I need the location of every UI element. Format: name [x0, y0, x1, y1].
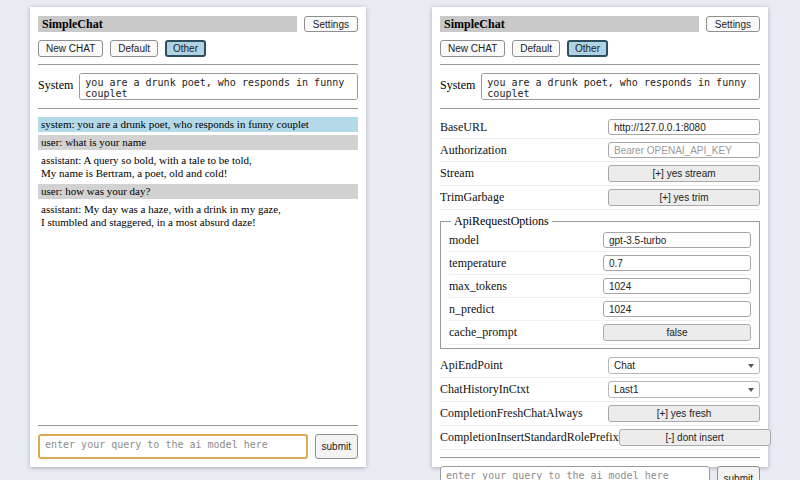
submit-button[interactable]: submit — [315, 434, 358, 459]
system-prompt-input[interactable]: you are a drunk poet, who responds in fu… — [481, 73, 760, 100]
system-label: System — [38, 73, 73, 93]
query-row: submit — [440, 466, 760, 480]
new-chat-button[interactable]: New CHAT — [38, 40, 103, 57]
system-label: System — [440, 73, 475, 93]
settings-row-cache-prompt: cache_promptfalse — [449, 321, 751, 345]
n-predict-input[interactable] — [603, 301, 751, 317]
new-chat-button[interactable]: New CHAT — [440, 40, 505, 57]
completioninsertstandardroleprefix-toggle-button[interactable]: [-] dont insert — [619, 429, 771, 446]
settings-row-label: CompletionFreshChatAlways — [440, 406, 583, 421]
settings-row-label: Stream — [440, 166, 474, 181]
cache-prompt-toggle-button[interactable]: false — [603, 324, 751, 341]
settings-row-label: cache_prompt — [449, 325, 517, 340]
system-prompt-row: System you are a drunk poet, who respond… — [440, 73, 760, 100]
settings-row-label: Authorization — [440, 143, 507, 158]
model-input[interactable] — [603, 232, 751, 248]
selected-option-label: Last1 — [614, 384, 638, 395]
chat-message-assistant: assistant: My day was a haze, with a dri… — [38, 202, 358, 230]
divider — [38, 425, 358, 426]
settings-row-temperature: temperature — [449, 252, 751, 275]
divider — [38, 64, 358, 65]
fieldset-legend: ApiRequestOptions — [451, 214, 552, 229]
chat-message-user: user: how was your day? — [38, 184, 358, 199]
settings-row-label: BaseURL — [440, 120, 487, 135]
session-other-button[interactable]: Other — [165, 40, 206, 57]
system-prompt-input[interactable]: you are a drunk poet, who responds in fu… — [79, 73, 358, 100]
settings-row-label: model — [449, 233, 479, 248]
session-default-button[interactable]: Default — [110, 40, 158, 57]
apiendpoint-select[interactable]: Chat — [608, 357, 760, 374]
settings-row-completionfreshchatalways: CompletionFreshChatAlways[+] yes fresh — [440, 402, 760, 426]
divider — [38, 108, 358, 109]
query-input[interactable] — [440, 466, 710, 480]
stream-toggle-button[interactable]: [+] yes stream — [608, 165, 760, 182]
session-buttons: New CHAT Default Other — [440, 40, 760, 57]
submit-button[interactable]: submit — [717, 466, 760, 480]
chat-message-assistant: assistant: A query so bold, with a tale … — [38, 153, 358, 181]
chat-panel: SimpleChat Settings New CHAT Default Oth… — [30, 7, 366, 467]
authorization-input[interactable] — [608, 142, 760, 158]
settings-panel: SimpleChat Settings New CHAT Default Oth… — [432, 7, 768, 467]
page-background: SimpleChat Settings New CHAT Default Oth… — [0, 0, 800, 480]
max-tokens-input[interactable] — [603, 278, 751, 294]
settings-row-chathistoryinctxt: ChatHistoryInCtxtLast1 — [440, 378, 760, 402]
session-other-button[interactable]: Other — [567, 40, 608, 57]
app-title: SimpleChat — [38, 16, 297, 32]
settings-row-label: CompletionInsertStandardRolePrefix — [440, 430, 619, 445]
chat-message-system: system: you are a drunk poet, who respon… — [38, 117, 358, 132]
settings-row-max-tokens: max_tokens — [449, 275, 751, 298]
query-input[interactable] — [38, 434, 308, 459]
completionfreshchatalways-toggle-button[interactable]: [+] yes fresh — [608, 405, 760, 422]
settings-row-apiendpoint: ApiEndPointChat — [440, 354, 760, 378]
selected-option-label: Chat — [614, 360, 635, 371]
chat-message-list: system: you are a drunk poet, who respon… — [38, 117, 358, 233]
settings-row-label: n_predict — [449, 302, 494, 317]
trimgarbage-toggle-button[interactable]: [+] yes trim — [608, 189, 760, 206]
chat-message-user: user: what is your name — [38, 135, 358, 150]
temperature-input[interactable] — [603, 255, 751, 271]
settings-row-label: ApiEndPoint — [440, 358, 503, 373]
chevron-down-icon — [748, 388, 754, 392]
divider — [440, 457, 760, 458]
divider — [440, 108, 760, 109]
query-row: submit — [38, 434, 358, 459]
spacer — [38, 233, 358, 418]
header: SimpleChat Settings — [38, 16, 358, 32]
fieldset-apirequestoptions: ApiRequestOptionsmodeltemperaturemax_tok… — [440, 214, 760, 349]
settings-button[interactable]: Settings — [706, 16, 760, 32]
divider — [440, 64, 760, 65]
settings-row-authorization: Authorization — [440, 139, 760, 162]
settings-row-label: temperature — [449, 256, 506, 271]
chevron-down-icon — [748, 364, 754, 368]
settings-row-trimgarbage: TrimGarbage[+] yes trim — [440, 186, 760, 210]
settings-row-list: BaseURLAuthorizationStream[+] yes stream… — [440, 116, 760, 450]
settings-row-model: model — [449, 229, 751, 252]
settings-row-label: max_tokens — [449, 279, 507, 294]
system-prompt-row: System you are a drunk poet, who respond… — [38, 73, 358, 100]
session-buttons: New CHAT Default Other — [38, 40, 358, 57]
settings-row-label: ChatHistoryInCtxt — [440, 382, 529, 397]
settings-row-label: TrimGarbage — [440, 190, 504, 205]
settings-row-completioninsertstandardroleprefix: CompletionInsertStandardRolePrefix[-] do… — [440, 426, 760, 450]
settings-row-baseurl: BaseURL — [440, 116, 760, 139]
settings-row-stream: Stream[+] yes stream — [440, 162, 760, 186]
settings-button[interactable]: Settings — [304, 16, 358, 32]
session-default-button[interactable]: Default — [512, 40, 560, 57]
settings-row-n-predict: n_predict — [449, 298, 751, 321]
baseurl-input[interactable] — [608, 119, 760, 135]
app-title: SimpleChat — [440, 16, 699, 32]
chathistoryinctxt-select[interactable]: Last1 — [608, 381, 760, 398]
header: SimpleChat Settings — [440, 16, 760, 32]
